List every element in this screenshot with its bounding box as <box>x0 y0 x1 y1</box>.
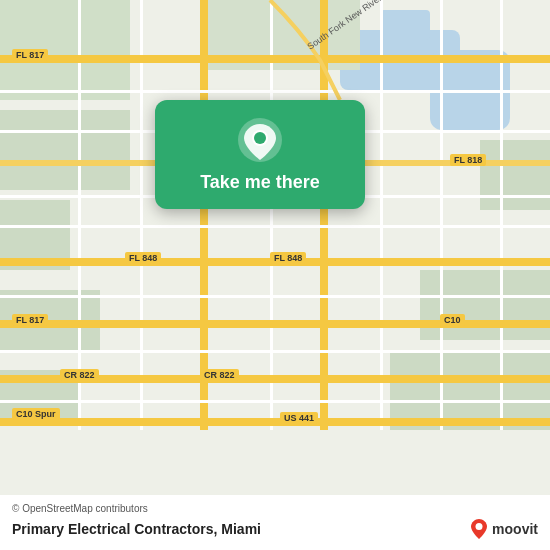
label-us441-top: US 441 <box>280 412 318 424</box>
label-cr822-left: CR 822 <box>60 369 99 381</box>
label-fl817-top: FL 817 <box>12 49 48 61</box>
road-h-8 <box>0 295 550 298</box>
location-card[interactable]: Take me there <box>155 100 365 209</box>
label-fl817-mid: FL 817 <box>12 314 48 326</box>
location-pin-icon <box>236 116 284 164</box>
road-v-1 <box>78 0 81 430</box>
road-v-8 <box>500 0 503 430</box>
road-h-10 <box>0 350 550 353</box>
road-h-fl817-top <box>0 55 550 63</box>
bottom-bar: © OpenStreetMap contributors Primary Ele… <box>0 495 550 550</box>
road-h-2 <box>0 90 550 93</box>
label-c10spur: C10 <box>440 314 465 326</box>
svg-point-3 <box>254 132 266 144</box>
label-fl817-bot: C10 Spur <box>12 408 60 420</box>
road-v-3 <box>200 0 208 430</box>
take-me-there-button[interactable]: Take me there <box>200 172 320 193</box>
wetland-2 <box>0 110 130 190</box>
label-cr822-right: CR 822 <box>200 369 239 381</box>
svg-point-4 <box>476 523 483 530</box>
label-fl848-right: FL 848 <box>270 252 306 264</box>
label-fl848-left: FL 848 <box>125 252 161 264</box>
road-v-7 <box>440 0 443 430</box>
road-v-4 <box>270 0 273 430</box>
moovit-logo: moovit <box>470 518 538 540</box>
road-h-12 <box>0 400 550 403</box>
road-v-6 <box>380 0 383 430</box>
road-h-6 <box>0 225 550 228</box>
road-v-5 <box>320 0 328 430</box>
map-container: South Fork New River FL 817 FL 818 FL 84… <box>0 0 550 550</box>
moovit-pin-icon <box>470 518 488 540</box>
label-fl818: FL 818 <box>450 154 486 166</box>
place-name: Primary Electrical Contractors, Miami <box>12 521 261 537</box>
water-area-3 <box>380 10 430 40</box>
road-h-us441 <box>0 418 550 426</box>
road-v-2 <box>140 0 143 430</box>
wetland-9 <box>480 140 550 210</box>
road-h-fl817-mid <box>0 320 550 328</box>
moovit-brand-text: moovit <box>492 521 538 537</box>
map-attribution: © OpenStreetMap contributors <box>12 503 538 514</box>
place-name-row: Primary Electrical Contractors, Miami mo… <box>12 518 538 540</box>
